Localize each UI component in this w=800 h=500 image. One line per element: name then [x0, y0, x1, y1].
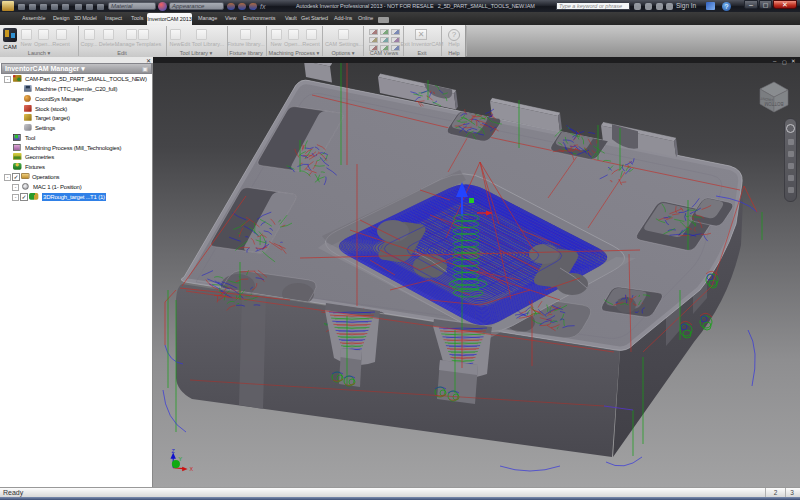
svg-text:Y: Y	[179, 456, 183, 462]
svg-text:Z: Z	[171, 448, 175, 454]
svg-text:X: X	[189, 466, 193, 472]
